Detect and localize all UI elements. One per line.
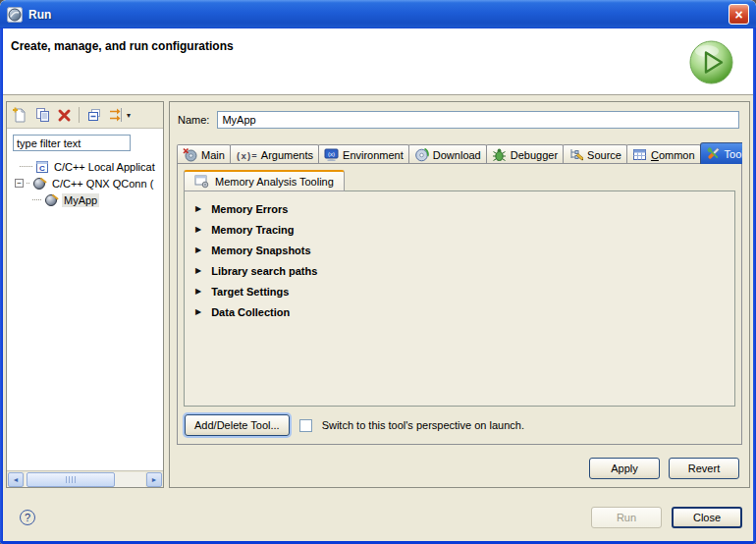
section-memory-snapshots[interactable]: ▶ Memory Snapshots [185, 240, 734, 260]
section-arrow-icon: ▶ [195, 225, 201, 234]
qnx-launch-icon [32, 176, 47, 190]
name-label: Name: [178, 114, 209, 126]
section-data-collection[interactable]: ▶ Data Collection [185, 301, 734, 322]
switch-perspective-label[interactable]: Switch to this tool's perspective on lau… [322, 419, 524, 431]
tab-source[interactable]: Source [563, 144, 627, 164]
section-label: Memory Tracing [211, 224, 294, 236]
revert-button[interactable]: Revert [669, 458, 739, 479]
help-icon[interactable]: ? [20, 510, 35, 525]
apply-revert-row: Apply Revert [589, 458, 739, 479]
tree-connector [32, 199, 41, 200]
configurations-tree: C C/C++ Local Applicat − C/C++ QNX QConn… [7, 128, 163, 470]
section-arrow-icon: ▶ [195, 245, 201, 254]
main-tab-icon [183, 147, 197, 162]
environment-tab-icon: (x) [324, 147, 339, 162]
scrollbar-track[interactable] [25, 472, 145, 487]
header-title: Create, manage, and run configurations [11, 39, 234, 53]
section-label: Target Settings [211, 286, 289, 298]
run-button[interactable]: Run [591, 507, 662, 528]
subtab-memory-analysis[interactable]: Memory Analysis Tooling [184, 170, 345, 191]
tree-connector [20, 166, 32, 167]
tree-item-label: MyApp [62, 193, 99, 207]
delete-configuration-icon[interactable] [57, 108, 72, 123]
section-label: Memory Snapshots [211, 245, 310, 256]
configurations-toolbar: ▾ [7, 102, 163, 128]
tree-item-local-application[interactable]: C C/C++ Local Applicat [7, 158, 163, 175]
tree-item-qnx-qconn[interactable]: − C/C++ QNX QConn ( [7, 175, 163, 191]
tab-tools[interactable]: Tools [700, 142, 742, 164]
tab-arguments[interactable]: (x)= Arguments [230, 144, 319, 164]
section-label: Library search paths [211, 265, 317, 277]
tab-label: Debugger [511, 149, 558, 161]
toolbar-separator [79, 107, 80, 123]
tab-label: Environment [343, 149, 404, 161]
section-arrow-icon: ▶ [195, 266, 201, 275]
qnx-launch-icon [44, 192, 59, 207]
svg-text:C: C [39, 164, 45, 173]
tab-label: Tools [725, 148, 742, 160]
switch-perspective-checkbox[interactable] [299, 419, 312, 432]
common-tab-icon [632, 147, 647, 162]
tab-label: Common [651, 149, 695, 161]
section-library-search-paths[interactable]: ▶ Library search paths [185, 260, 734, 281]
scroll-left-icon[interactable]: ◄ [8, 472, 24, 487]
filter-icon[interactable]: ▾ [109, 107, 131, 123]
tab-common[interactable]: Common [626, 144, 701, 164]
run-dialog: Run × Create, manage, and run configurat… [0, 0, 756, 544]
scroll-right-icon[interactable]: ► [146, 472, 162, 487]
tab-download[interactable]: Download [408, 144, 487, 164]
tab-label: Main [201, 149, 225, 161]
name-row: Name: [178, 111, 739, 129]
dropdown-caret-icon[interactable]: ▾ [127, 111, 131, 120]
tool-subtabs: Memory Analysis Tooling [184, 170, 735, 191]
name-input[interactable] [217, 111, 739, 129]
tab-label: Arguments [261, 149, 313, 161]
tools-tab-content: Memory Analysis Tooling ▶ Memory Errors … [177, 163, 742, 445]
run-banner-icon [688, 39, 734, 85]
arguments-tab-icon: (x)= [236, 148, 257, 162]
section-memory-errors[interactable]: ▶ Memory Errors [185, 198, 734, 219]
section-memory-tracing[interactable]: ▶ Memory Tracing [185, 219, 734, 240]
collapse-all-icon[interactable] [86, 107, 102, 123]
c-application-icon: C [35, 160, 49, 174]
source-tab-icon [568, 147, 583, 162]
tab-label: Source [587, 149, 621, 161]
tree-expander-icon[interactable]: − [15, 179, 24, 188]
tab-environment[interactable]: (x) Environment [318, 144, 409, 164]
configurations-panel: ▾ C C/C++ Local Applicat − [6, 101, 164, 488]
tools-tab-icon [706, 146, 721, 161]
svg-text:(x)=: (x)= [236, 152, 257, 162]
configuration-detail-panel: Name: Main (x)= Arguments [169, 101, 750, 488]
tree-item-label: C/C++ Local Applicat [52, 160, 157, 174]
tree-item-myapp[interactable]: MyApp [7, 191, 163, 208]
memory-analysis-sections: ▶ Memory Errors ▶ Memory Tracing ▶ Memor… [184, 190, 735, 407]
svg-text:(x): (x) [328, 151, 335, 157]
configuration-tabs: Main (x)= Arguments (x) Environment [177, 142, 742, 164]
titlebar[interactable]: Run × [0, 0, 756, 28]
subtab-label: Memory Analysis Tooling [215, 176, 334, 188]
section-target-settings[interactable]: ▶ Target Settings [185, 281, 734, 301]
section-arrow-icon: ▶ [195, 204, 201, 213]
filter-input[interactable] [13, 135, 131, 151]
tab-label: Download [433, 149, 481, 161]
section-label: Data Collection [211, 306, 290, 318]
debugger-tab-icon [492, 147, 507, 162]
tools-actions-row: Add/Delete Tool... Switch to this tool's… [184, 407, 735, 444]
tab-main[interactable]: Main [177, 144, 231, 164]
close-dialog-button[interactable]: Close [672, 507, 742, 528]
add-delete-tool-button[interactable]: Add/Delete Tool... [185, 414, 290, 436]
tree-connector [27, 183, 29, 184]
memory-analysis-icon [194, 174, 209, 189]
section-arrow-icon: ▶ [195, 287, 201, 296]
close-icon[interactable]: × [729, 4, 749, 25]
section-arrow-icon: ▶ [195, 307, 201, 316]
tab-debugger[interactable]: Debugger [486, 144, 564, 164]
download-tab-icon [414, 147, 429, 162]
header-banner: Create, manage, and run configurations [3, 28, 753, 95]
scrollbar-thumb[interactable] [27, 472, 115, 487]
new-configuration-icon[interactable] [12, 107, 27, 123]
duplicate-configuration-icon[interactable] [34, 107, 50, 123]
tree-horizontal-scrollbar: ◄ ► [7, 470, 163, 487]
section-label: Memory Errors [211, 203, 288, 215]
apply-button[interactable]: Apply [589, 458, 660, 479]
